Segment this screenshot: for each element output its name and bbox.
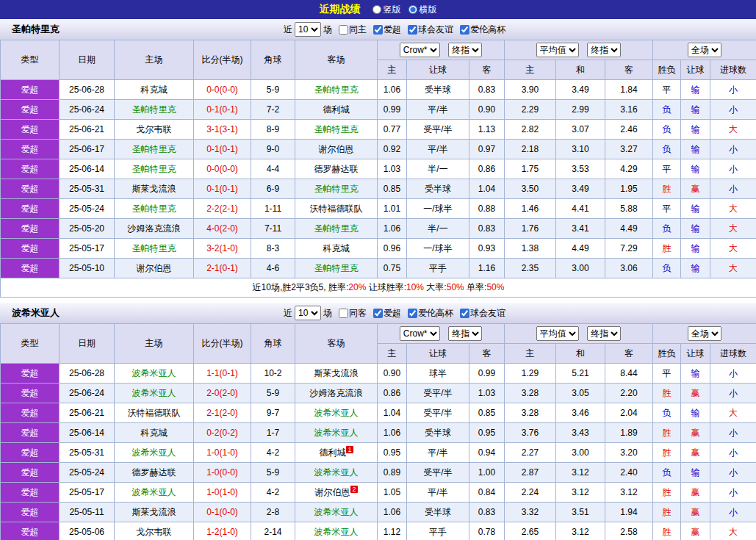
same-venue-checkbox[interactable] [339,309,348,318]
same-venue-checkbox[interactable] [339,25,348,35]
home-team[interactable]: 科克城 [115,80,194,100]
home-team[interactable]: 戈尔韦联 [115,522,194,540]
euro-draw-odds: 3.10 [556,140,605,159]
asian-odds-time-select[interactable]: 终指 [448,43,482,57]
away-team[interactable]: 圣帕特里克 [295,179,378,199]
league-filter-0[interactable]: 爱超 [369,307,401,320]
league-filter-1-checkbox[interactable] [408,25,417,35]
bookmaker-select[interactable]: Crow* [400,43,440,57]
match-date: 25-06-17 [60,140,115,159]
away-team[interactable]: 圣帕特里克 [295,259,378,278]
handicap-result: 输 [681,120,710,140]
match-row: 爱超25-05-24圣帕特里克2-2(2-1)1-11沃特福德联队1.01一/球… [1,199,756,219]
home-team[interactable]: 戈尔韦联 [115,120,194,140]
league-filter-0-checkbox[interactable] [373,25,383,35]
home-team[interactable]: 斯莱戈流浪 [115,503,194,522]
match-date: 25-05-31 [60,443,115,463]
home-team[interactable]: 圣帕特里克 [115,199,194,219]
goals-result: 大 [710,120,756,140]
away-team[interactable]: 德罗赫达联 [295,159,378,179]
average-odds-select[interactable]: 平均值 [536,326,579,341]
col-date: 日期 [60,40,115,80]
league-filter-2-checkbox[interactable] [460,25,469,35]
home-team[interactable]: 科克城 [115,423,194,443]
col-score: 比分(半场) [194,324,251,364]
home-team[interactable]: 波希米亚人 [115,364,194,384]
away-team[interactable]: 波希米亚人 [295,423,378,443]
league-filter-1-label: 球会友谊 [418,24,453,36]
home-team[interactable]: 谢尔伯恩 [115,259,194,278]
bookmaker-select[interactable]: Crow* [400,326,440,341]
home-team[interactable]: 波希米亚人 [115,384,194,403]
col-corners: 角球 [251,40,295,80]
league-filter-2[interactable]: 球会友谊 [456,307,505,320]
same-venue-filter[interactable]: 同主 [334,24,367,36]
home-team[interactable]: 德罗赫达联 [115,463,194,483]
asian-home-odds: 1.04 [378,403,407,423]
home-team[interactable]: 圣帕特里克 [115,239,194,259]
league-filter-1-checkbox[interactable] [408,309,417,318]
away-team[interactable]: 圣帕特里克 [295,219,378,239]
away-team[interactable]: 科克城 [295,239,378,259]
home-team[interactable]: 圣帕特里克 [115,140,194,159]
col-type: 类型 [1,324,60,364]
match-result: 胜 [653,522,681,540]
away-team[interactable]: 斯莱戈流浪 [295,364,378,384]
home-team[interactable]: 斯莱戈流浪 [115,179,194,199]
home-team[interactable]: 沙姆洛克流浪 [115,219,194,239]
layout-option-vertical[interactable]: 竖版 [372,4,401,16]
average-odds-select[interactable]: 平均值 [536,43,579,57]
same-venue-filter[interactable]: 同客 [334,307,367,320]
home-team[interactable]: 波希米亚人 [115,443,194,463]
league-filter-0-checkbox[interactable] [373,309,383,318]
home-team[interactable]: 圣帕特里克 [115,159,194,179]
away-team[interactable]: 德利城1 [295,443,378,463]
away-team[interactable]: 波希米亚人 [295,522,378,540]
euro-odds-group: 平均值 终指 [505,40,653,60]
corners-cell: 7-11 [251,219,295,239]
filter-controls: 近 10 场 同主 爱超 球会友谊 爱伦高杯 [284,22,505,37]
match-row: 爱超25-06-14圣帕特里克0-0(0-0)4-4德罗赫达联1.03半/一0.… [1,159,756,179]
euro-odds-time-select[interactable]: 终指 [587,43,621,57]
match-result: 胜 [653,423,681,443]
asian-odds-time-select[interactable]: 终指 [448,326,482,341]
goals-result: 小 [710,100,756,120]
away-team[interactable]: 德利城 [295,100,378,120]
away-team[interactable]: 沙姆洛克流浪 [295,384,378,403]
league-filter-2-checkbox[interactable] [460,309,469,318]
home-team[interactable]: 波希米亚人 [115,483,194,503]
away-team[interactable]: 圣帕特里克 [295,80,378,100]
match-result: 胜 [653,483,681,503]
away-team[interactable]: 波希米亚人 [295,403,378,423]
match-date: 25-05-06 [60,522,115,540]
league-cell: 爱超 [1,522,60,540]
horizontal-layout-radio[interactable] [408,5,417,14]
recent-count-select[interactable]: 10 [295,22,321,37]
home-team[interactable]: 沃特福德联队 [115,403,194,423]
recent-count-select[interactable]: 10 [295,306,321,320]
away-team[interactable]: 波希米亚人 [295,463,378,483]
away-team[interactable]: 波希米亚人 [295,503,378,522]
match-result: 负 [653,120,681,140]
fulltime-select[interactable]: 全场 [688,43,721,57]
euro-odds-time-select[interactable]: 终指 [587,326,621,341]
asian-away-odds: 0.78 [469,522,505,540]
league-filter-1[interactable]: 爱伦高杯 [403,307,453,320]
away-team[interactable]: 圣帕特里克 [295,120,378,140]
goals-result: 小 [710,179,756,199]
euro-draw-odds: 3.43 [556,423,605,443]
vertical-layout-radio[interactable] [372,5,381,14]
league-filter-0[interactable]: 爱超 [369,24,401,36]
away-team[interactable]: 谢尔伯恩2 [295,483,378,503]
handicap-result: 输 [681,140,710,159]
league-filter-1[interactable]: 球会友谊 [403,24,453,36]
away-team[interactable]: 谢尔伯恩 [295,140,378,159]
league-filter-2[interactable]: 爱伦高杯 [456,24,505,36]
euro-draw-odds: 3.51 [556,503,605,522]
layout-option-horizontal[interactable]: 横版 [408,4,437,16]
euro-away-col: 客 [605,344,653,364]
asian-home-odds: 0.92 [378,140,407,159]
home-team[interactable]: 圣帕特里克 [115,100,194,120]
fulltime-select[interactable]: 全场 [688,326,721,341]
away-team[interactable]: 沃特福德联队 [295,199,378,219]
